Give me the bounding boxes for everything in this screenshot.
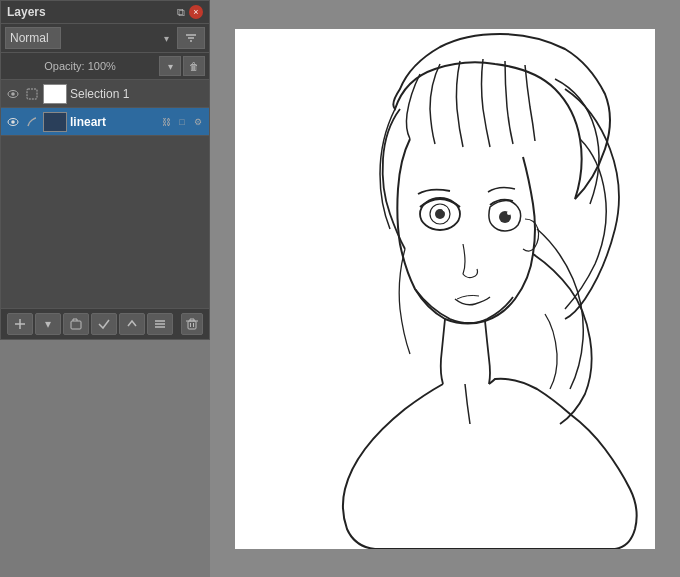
canvas-area xyxy=(210,0,680,577)
svg-point-7 xyxy=(11,120,15,124)
svg-rect-10 xyxy=(71,321,81,329)
panel-title: Layers xyxy=(7,5,46,19)
opacity-down-button[interactable]: ▾ xyxy=(159,56,181,76)
layer-settings-icon[interactable]: ⚙ xyxy=(191,115,205,129)
layer-visibility-lineart[interactable] xyxy=(5,114,21,130)
filter-icon-button[interactable] xyxy=(177,27,205,49)
layers-panel: Layers ⧉ × Normal Dissolve Multiply Scre… xyxy=(0,0,210,340)
svg-rect-14 xyxy=(188,321,196,329)
opacity-controls: ▾ 🗑 xyxy=(159,56,205,76)
eye-icon-lineart xyxy=(7,117,19,127)
canvas-white xyxy=(235,29,655,549)
blend-mode-select[interactable]: Normal Dissolve Multiply Screen Overlay xyxy=(5,27,61,49)
delete-layer-button[interactable] xyxy=(181,313,203,335)
layer-type-icon-selection1 xyxy=(24,86,40,102)
move-up-button[interactable] xyxy=(119,313,145,335)
group-icon xyxy=(69,317,83,331)
layer-thumb-lineart xyxy=(43,112,67,132)
trash-icon xyxy=(185,317,199,331)
blend-mode-select-wrap: Normal Dissolve Multiply Screen Overlay xyxy=(5,27,173,49)
close-button[interactable]: × xyxy=(189,5,203,19)
layer-item-selection1[interactable]: Selection 1 xyxy=(1,80,209,108)
opacity-up-button[interactable]: 🗑 xyxy=(183,56,205,76)
svg-point-26 xyxy=(507,211,511,215)
up-arrow-icon xyxy=(125,317,139,331)
blend-mode-row: Normal Dissolve Multiply Screen Overlay xyxy=(1,24,209,53)
layer-item-lineart[interactable]: lineart ⛓ □ ⚙ xyxy=(1,108,209,136)
menu-icon xyxy=(153,317,167,331)
filter-icon xyxy=(184,31,198,45)
layer-thumb-selection1 xyxy=(43,84,67,104)
layer-name-lineart: lineart xyxy=(70,115,156,129)
drawing-canvas xyxy=(235,29,655,549)
svg-point-24 xyxy=(443,206,448,211)
menu-button[interactable] xyxy=(147,313,173,335)
paint-icon xyxy=(26,116,38,128)
opacity-row: Opacity: 100% ▾ 🗑 xyxy=(1,53,209,80)
layer-name-selection1: Selection 1 xyxy=(70,87,205,101)
layers-list: Selection 1 lineart ⛓ □ ⚙ xyxy=(1,80,209,308)
eye-icon xyxy=(7,89,19,99)
svg-point-4 xyxy=(11,92,15,96)
svg-rect-5 xyxy=(27,89,37,99)
opacity-label: Opacity: 100% xyxy=(5,60,155,72)
group-layer-button[interactable] xyxy=(63,313,89,335)
toolbar-left: ▾ xyxy=(7,313,173,335)
check-button[interactable] xyxy=(91,313,117,335)
selection-icon xyxy=(26,88,38,100)
layer-link-icon[interactable]: ⛓ xyxy=(159,115,173,129)
layer-type-icon-lineart xyxy=(24,114,40,130)
add-icon xyxy=(13,317,27,331)
add-layer-dropdown[interactable]: ▾ xyxy=(35,313,61,335)
add-layer-button[interactable] xyxy=(7,313,33,335)
detach-icon[interactable]: ⧉ xyxy=(177,6,185,19)
layer-mask-icon[interactable]: □ xyxy=(175,115,189,129)
panel-header: Layers ⧉ × xyxy=(1,1,209,24)
layer-actions-lineart: ⛓ □ ⚙ xyxy=(159,115,205,129)
check-icon xyxy=(97,317,111,331)
panel-header-icons: ⧉ × xyxy=(177,5,203,19)
layers-toolbar: ▾ xyxy=(1,308,209,339)
layer-visibility-selection1[interactable] xyxy=(5,86,21,102)
